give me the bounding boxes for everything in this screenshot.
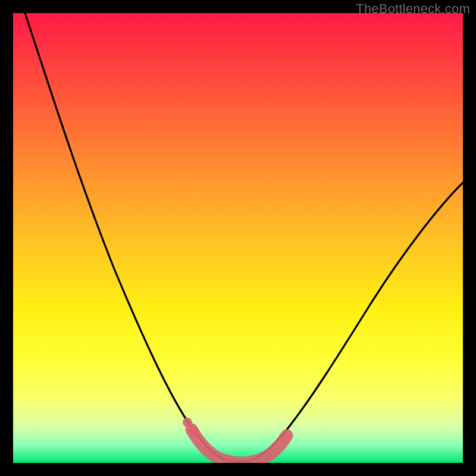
bottleneck-curve — [13, 13, 463, 463]
floor-path — [192, 430, 287, 463]
floor-dot — [183, 418, 192, 427]
plot-area — [13, 13, 463, 463]
floor-dot — [188, 425, 199, 436]
curve-path — [25, 13, 463, 462]
chart-frame: TheBottleneck.com — [0, 0, 476, 476]
watermark-text: TheBottleneck.com — [356, 1, 470, 17]
